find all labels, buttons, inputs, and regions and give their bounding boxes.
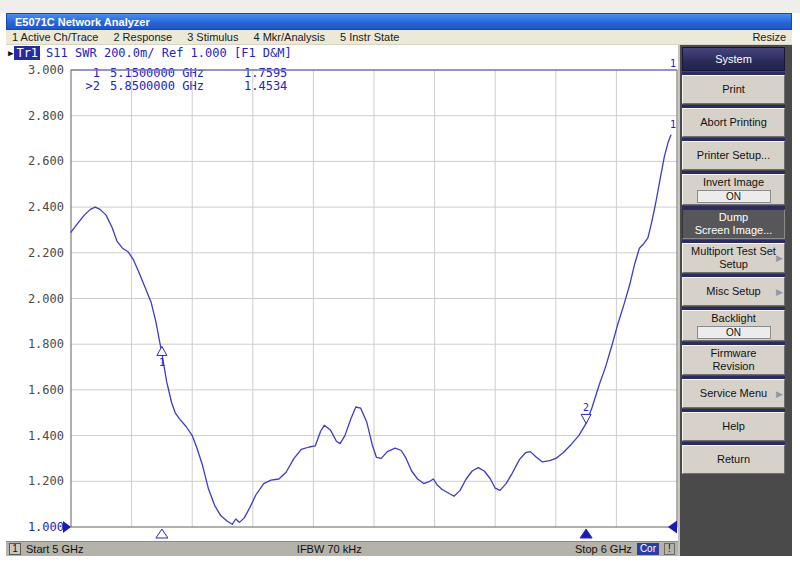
softkey-help[interactable]: Help: [682, 412, 785, 441]
analyzer-screen: E5071C Network Analyzer 1 Active Ch/Trac…: [0, 0, 800, 567]
trace-number-label: 1: [670, 119, 676, 130]
softkey-return[interactable]: Return: [682, 445, 785, 474]
softkey-misc-setup[interactable]: Misc Setup▶: [682, 277, 785, 306]
y-tick-label: 1.400: [12, 429, 64, 443]
sweep-position-icon: [668, 521, 677, 534]
stop-frequency-label: Stop 6 GHz: [575, 543, 632, 555]
start-frequency-label: Start 5 GHz: [26, 543, 83, 555]
softkey-label: Setup: [719, 258, 748, 271]
trace-tr1: [71, 135, 671, 524]
softkey-label: Firmware: [711, 347, 757, 360]
softkey-label: Return: [717, 453, 750, 466]
menu-item-5-instr-state[interactable]: 5 Instr State: [340, 31, 399, 43]
softkey-toggle-state: ON: [697, 190, 771, 203]
menu-item-resize[interactable]: Resize: [752, 31, 786, 43]
softkey-menu-title: System: [682, 47, 785, 71]
submenu-arrow-icon: ▶: [776, 285, 783, 298]
softkey-toggle-state: ON: [697, 326, 771, 339]
y-tick-label: 2.800: [12, 109, 64, 123]
softkey-dump-screen-image[interactable]: DumpScreen Image...: [682, 209, 785, 239]
softkey-label: Misc Setup: [706, 285, 760, 298]
correction-status-badge: Cor: [637, 543, 659, 555]
menu-item-2-response[interactable]: 2 Response: [113, 31, 172, 43]
extended-status-badge: !: [664, 543, 675, 555]
y-tick-label: 2.400: [12, 200, 64, 214]
softkey-label: Multiport Test Set: [691, 245, 776, 258]
y-tick-label: 2.600: [12, 154, 64, 168]
marker-1-icon[interactable]: [157, 346, 167, 355]
submenu-arrow-icon: ▶: [776, 252, 783, 265]
swr-chart: 1112: [59, 56, 691, 544]
menu-items: 1 Active Ch/Trace2 Response3 Stimulus4 M…: [12, 31, 399, 43]
menu-item-1-active-ch-trace[interactable]: 1 Active Ch/Trace: [12, 31, 98, 43]
window-frame-top: [0, 0, 800, 13]
softkey-label: Invert Image: [703, 176, 764, 189]
marker-1-label: 1: [159, 357, 165, 368]
softkey-label: Dump: [719, 211, 748, 224]
softkey-firmware-revision[interactable]: FirmwareRevision: [682, 345, 785, 375]
softkey-label: Backlight: [711, 312, 756, 325]
softkey-abort-printing[interactable]: Abort Printing: [682, 108, 785, 137]
softkey-sidebar: System PrintAbort PrintingPrinter Setup.…: [678, 45, 792, 556]
softkey-multiport-test-set-setup[interactable]: Multiport Test SetSetup▶: [682, 243, 785, 273]
y-tick-label: 1.800: [12, 337, 64, 351]
softkey-service-menu[interactable]: Service Menu▶: [682, 379, 785, 408]
trace-number-top-label: 1: [670, 58, 676, 69]
channel-number-badge: 1: [9, 543, 21, 555]
softkey-label: Help: [722, 420, 745, 433]
y-tick-label: 1.000: [12, 520, 64, 534]
menu-item-3-stimulus[interactable]: 3 Stimulus: [187, 31, 238, 43]
menu-item-4-mkr-analysis[interactable]: 4 Mkr/Analysis: [253, 31, 325, 43]
y-tick-label: 1.200: [12, 474, 64, 488]
y-tick-label: 1.600: [12, 383, 64, 397]
status-bar: 1 Start 5 GHz IFBW 70 kHz Stop 6 GHz Cor…: [6, 541, 678, 556]
softkey-backlight[interactable]: BacklightON: [682, 310, 785, 341]
marker-2-stimulus-icon[interactable]: [580, 529, 592, 538]
title-bar[interactable]: E5071C Network Analyzer: [6, 13, 792, 30]
marker-2-icon[interactable]: [581, 414, 591, 423]
softkey-label: Screen Image...: [695, 224, 773, 237]
ifbw-label: IFBW 70 kHz: [297, 543, 362, 555]
softkey-printer-setup[interactable]: Printer Setup...: [682, 141, 785, 170]
softkey-invert-image[interactable]: Invert ImageON: [682, 174, 785, 205]
measurement-area: ▶ Tr1 S11 SWR 200.0m/ Ref 1.000 [F1 D&M]…: [6, 45, 678, 541]
trace-id-badge[interactable]: Tr1: [14, 46, 40, 60]
menu-bar: 1 Active Ch/Trace2 Response3 Stimulus4 M…: [6, 30, 792, 45]
softkey-label: Service Menu: [700, 387, 767, 400]
softkey-buttons: PrintAbort PrintingPrinter Setup...Inver…: [682, 75, 785, 474]
marker-1-stimulus-icon[interactable]: [156, 529, 168, 538]
softkey-label: Revision: [712, 360, 754, 373]
softkey-label: Print: [722, 83, 745, 96]
window-title: E5071C Network Analyzer: [15, 16, 150, 28]
submenu-arrow-icon: ▶: [776, 387, 783, 400]
y-tick-label: 2.200: [12, 246, 64, 260]
marker-2-label: 2: [583, 402, 589, 413]
y-tick-label: 2.000: [12, 292, 64, 306]
y-tick-label: 3.000: [12, 63, 64, 77]
active-trace-pointer-icon: ▶: [8, 48, 13, 58]
softkey-label: Abort Printing: [700, 116, 767, 129]
softkey-label: Printer Setup...: [697, 149, 770, 162]
softkey-print[interactable]: Print: [682, 75, 785, 104]
